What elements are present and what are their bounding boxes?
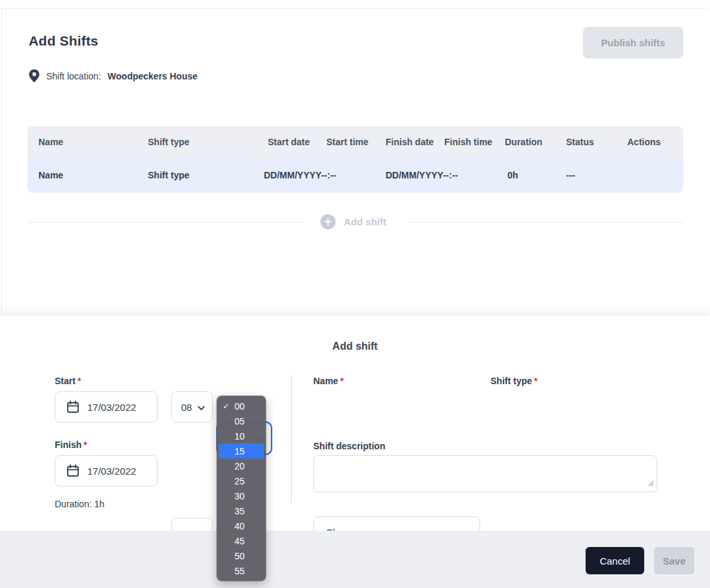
col-finish-time: Finish time: [444, 137, 505, 147]
start-date-value: 17/03/2022: [87, 402, 136, 413]
page-title: Add Shifts: [29, 33, 98, 49]
shift-description-label: Shift description: [313, 441, 385, 451]
required-asterisk: *: [78, 376, 81, 386]
panel-footer: Cancel Save: [0, 531, 710, 588]
cancel-button[interactable]: Cancel: [586, 547, 644, 574]
minute-option-30[interactable]: ✓30: [219, 488, 264, 503]
finish-label: Finish*: [55, 440, 87, 450]
minute-option-15[interactable]: ✓15: [219, 443, 264, 458]
minute-option-10[interactable]: ✓10: [219, 428, 264, 443]
minute-option-45[interactable]: ✓45: [219, 533, 264, 548]
minute-option-35[interactable]: ✓35: [219, 503, 264, 518]
save-button[interactable]: Save: [654, 547, 694, 574]
map-pin-icon: [29, 69, 40, 83]
chevron-down-icon: [197, 402, 205, 413]
start-date-input[interactable]: 17/03/2022: [55, 391, 158, 423]
check-icon: ✓: [223, 402, 229, 411]
required-asterisk: *: [83, 440, 87, 450]
col-shift-type: Shift type: [148, 137, 268, 147]
publish-shifts-button[interactable]: Publish shifts: [583, 27, 683, 59]
shift-location-row: Shift location: Woodpeckers House: [29, 69, 197, 83]
shift-row[interactable]: Name Shift type DD/MM/YYYY--:-- DD/MM/YY…: [27, 158, 683, 193]
col-finish-date: Finish date: [386, 137, 444, 147]
shift-description-textarea[interactable]: [313, 455, 657, 492]
col-name: Name: [27, 137, 148, 147]
shift-row-type: Shift type: [148, 170, 264, 180]
shift-row-finish: DD/MM/YYYY--:--: [386, 170, 507, 180]
col-duration: Duration: [505, 137, 566, 147]
name-label: Name*: [313, 376, 344, 386]
add-shift-panel: Add shift Start* 17/03/2022 08 Finish* 1…: [0, 316, 710, 588]
minute-option-05[interactable]: ✓05: [219, 413, 264, 428]
minute-dropdown-menu: ✓00 ✓05 ✓10 ✓15 ✓20 ✓25 ✓30 ✓35 ✓40 ✓45 …: [217, 396, 266, 581]
shift-location-label: Shift location:: [46, 71, 101, 81]
form-column-divider: [291, 375, 292, 503]
calendar-icon: [66, 400, 80, 414]
shift-row-start: DD/MM/YYYY--:--: [264, 170, 386, 180]
add-shift-button[interactable]: Add shift: [320, 214, 386, 229]
col-status: Status: [566, 137, 627, 147]
col-actions: Actions: [627, 137, 683, 147]
start-hour-value: 08: [181, 402, 192, 413]
minute-option-25[interactable]: ✓25: [219, 473, 264, 488]
shift-location-value: Woodpeckers House: [107, 71, 197, 81]
start-hour-select[interactable]: 08: [171, 391, 213, 423]
minute-option-20[interactable]: ✓20: [219, 458, 264, 473]
plus-circle-icon: [320, 214, 335, 229]
shifts-table-header: Name Shift type Start date Start time Fi…: [27, 126, 683, 158]
minute-option-40[interactable]: ✓40: [219, 518, 264, 533]
divider-line-right: [408, 222, 683, 223]
divider-line-left: [27, 222, 304, 223]
shift-type-label: Shift type*: [490, 376, 537, 386]
shift-row-name: Name: [27, 170, 148, 180]
required-asterisk: *: [534, 376, 537, 386]
required-asterisk: *: [340, 376, 343, 386]
calendar-icon: [66, 464, 80, 478]
col-start-date: Start date: [268, 137, 326, 147]
duration-text: Duration: 1h: [55, 499, 104, 509]
shift-row-status: ---: [566, 170, 683, 180]
finish-date-input[interactable]: 17/03/2022: [55, 455, 158, 486]
shifts-table: Name Shift type Start date Start time Fi…: [27, 126, 683, 193]
start-label: Start*: [55, 376, 81, 386]
card-top-border: [1, 8, 709, 8]
col-start-time: Start time: [326, 137, 386, 147]
shift-row-duration: 0h: [507, 170, 566, 180]
resize-handle-icon[interactable]: [648, 477, 654, 489]
minute-option-50[interactable]: ✓50: [219, 548, 264, 563]
finish-date-value: 17/03/2022: [87, 466, 136, 477]
minute-option-55[interactable]: ✓55: [219, 563, 264, 578]
add-shift-button-label: Add shift: [344, 216, 386, 227]
card-left-border: [1, 8, 2, 316]
panel-heading: Add shift: [0, 341, 710, 352]
minute-option-00[interactable]: ✓00: [219, 399, 264, 413]
